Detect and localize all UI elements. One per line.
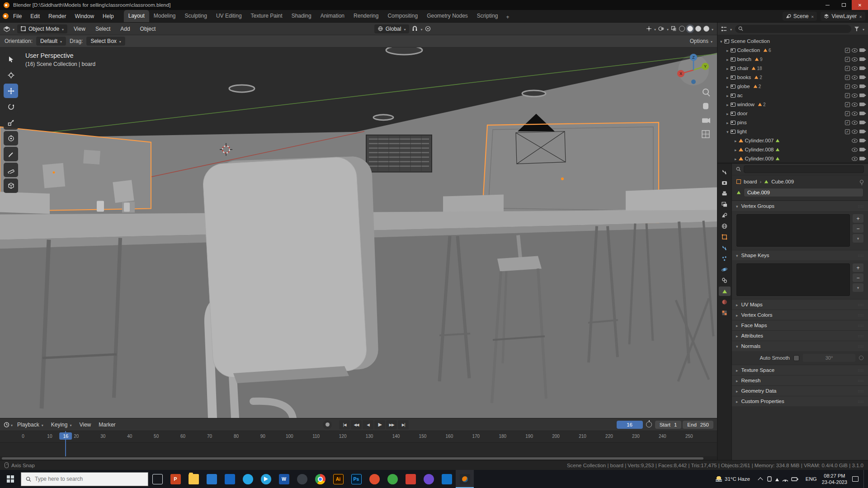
app-icon-red[interactable] xyxy=(401,470,420,488)
tab-object-data[interactable] xyxy=(719,286,731,296)
play-button[interactable]: ▶ xyxy=(374,420,385,429)
outliner-row-globe[interactable]: globe 2 xyxy=(717,82,868,91)
tab-geometry-nodes[interactable]: Geometry Nodes xyxy=(422,10,472,22)
panel-uv-maps[interactable]: UV Maps xyxy=(732,299,868,310)
disable-render-icon[interactable] xyxy=(859,57,864,61)
maximize-button[interactable] xyxy=(835,0,852,10)
illustrator-icon[interactable]: Ai xyxy=(329,470,347,488)
filter-icon[interactable] xyxy=(854,27,859,31)
photoshop-icon[interactable]: Ps xyxy=(347,470,365,488)
panel-shape-keys[interactable]: Shape Keys xyxy=(732,250,868,260)
jump-to-start-button[interactable]: |◀ xyxy=(339,420,350,429)
tab-output[interactable] xyxy=(719,189,731,198)
exclude-checkbox-icon[interactable] xyxy=(845,102,850,107)
mail-icon[interactable] xyxy=(221,470,239,488)
minimize-button[interactable] xyxy=(819,0,835,10)
timeline-scrollbar[interactable] xyxy=(2,457,703,460)
exclude-checkbox-icon[interactable] xyxy=(845,120,850,125)
app-icon-blue[interactable] xyxy=(438,470,456,488)
cursor-tool[interactable] xyxy=(4,68,18,82)
orientation-dropdown[interactable]: Default xyxy=(36,37,66,46)
tab-uv-editing[interactable]: UV Editing xyxy=(212,10,246,22)
tab-texture-paint[interactable]: Texture Paint xyxy=(246,10,287,22)
timeline-editor-icon[interactable] xyxy=(4,422,9,427)
expand-icon[interactable] xyxy=(726,129,729,134)
show-desktop-button[interactable] xyxy=(863,470,865,488)
measure-tool[interactable] xyxy=(4,163,18,177)
outliner-options-caret-icon[interactable] xyxy=(863,26,864,32)
brave-icon[interactable] xyxy=(365,470,383,488)
hide-viewport-icon[interactable] xyxy=(852,66,858,70)
remove-viewlayer-icon[interactable] xyxy=(859,13,862,19)
snap-options-caret-icon[interactable] xyxy=(420,26,422,32)
jump-to-end-button[interactable]: ▶| xyxy=(398,420,409,429)
disable-render-icon[interactable] xyxy=(859,157,864,160)
menu-render[interactable]: Render xyxy=(44,11,70,21)
disable-render-icon[interactable] xyxy=(859,48,864,52)
disable-render-icon[interactable] xyxy=(859,66,864,70)
tab-texture[interactable] xyxy=(719,308,731,318)
panel-vertex-groups[interactable]: Vertex Groups xyxy=(732,201,868,211)
hide-viewport-icon[interactable] xyxy=(852,112,858,116)
exclude-checkbox-icon[interactable] xyxy=(845,129,850,134)
action-center-icon[interactable] xyxy=(852,476,859,482)
scale-tool[interactable] xyxy=(4,115,18,130)
show-gizmo-icon[interactable] xyxy=(646,26,652,32)
outliner-row-scene-collection[interactable]: Scene Collection xyxy=(717,37,868,46)
remove-shape-key-button[interactable] xyxy=(853,273,863,282)
tray-icons[interactable] xyxy=(767,475,801,483)
taskbar-search[interactable] xyxy=(21,472,148,486)
shading-solid-icon[interactable] xyxy=(687,26,693,32)
tab-layout[interactable]: Layout xyxy=(124,10,149,22)
menu-edit[interactable]: Edit xyxy=(26,11,44,21)
taskbar-clock[interactable]: 08:27 PM 23-04-2023 xyxy=(822,473,847,486)
tab-physics[interactable] xyxy=(719,265,731,274)
menu-select[interactable]: Select xyxy=(92,24,114,33)
next-keyframe-button[interactable]: ▶▶ xyxy=(386,420,397,429)
frame-start-field[interactable]: Start1 xyxy=(655,421,682,429)
panel-geometry-data[interactable]: Geometry Data xyxy=(732,385,868,396)
photos-icon[interactable] xyxy=(203,470,221,488)
playhead-frame-chip[interactable]: 16 xyxy=(59,432,72,440)
timeline-ruler[interactable]: 0102030405060708090100110120130140150160… xyxy=(0,431,717,443)
xray-toggle-icon[interactable] xyxy=(671,26,677,32)
pin-id-icon[interactable] xyxy=(860,180,863,183)
tab-modeling[interactable]: Modeling xyxy=(149,10,180,22)
menu-add[interactable]: Add xyxy=(117,24,133,33)
shading-rendered-icon[interactable] xyxy=(703,26,709,32)
play-reverse-button[interactable]: ◀ xyxy=(363,420,373,429)
blender-taskbar-icon[interactable] xyxy=(456,470,474,488)
proportional-editing-icon[interactable] xyxy=(425,26,431,32)
vertex-group-specials-button[interactable] xyxy=(853,234,863,243)
language-indicator[interactable]: ENG xyxy=(806,476,817,482)
breadcrumb-object[interactable]: board xyxy=(744,179,757,184)
mode-dropdown[interactable]: Object Mode xyxy=(17,24,67,33)
outliner-row-ac[interactable]: ac xyxy=(717,91,868,100)
weather-widget[interactable]: 31°C Haze xyxy=(712,470,754,488)
menu-view[interactable]: View xyxy=(70,24,89,33)
tab-render[interactable] xyxy=(719,178,731,188)
viewlayer-selector[interactable]: ViewLayer xyxy=(821,12,865,21)
app-icon-purple[interactable] xyxy=(420,470,438,488)
hide-viewport-icon[interactable] xyxy=(852,75,858,80)
disable-render-icon[interactable] xyxy=(859,112,864,115)
add-cube-tool[interactable] xyxy=(4,178,18,193)
exclude-checkbox-icon[interactable] xyxy=(845,75,850,80)
hide-viewport-icon[interactable] xyxy=(852,103,858,107)
exclude-checkbox-icon[interactable] xyxy=(845,84,850,89)
close-button[interactable] xyxy=(852,0,868,10)
outliner-row-bench[interactable]: bench 9 xyxy=(717,55,868,64)
hide-viewport-icon[interactable] xyxy=(852,148,858,152)
file-explorer-icon[interactable] xyxy=(184,470,203,488)
hide-viewport-icon[interactable] xyxy=(852,84,858,89)
outliner-row-pins[interactable]: pins xyxy=(717,118,868,127)
outliner-row-cylinder-008[interactable]: Cylinder.008 xyxy=(717,145,868,154)
tray-expand-icon[interactable] xyxy=(758,477,763,482)
outliner-row-cylinder-007[interactable]: Cylinder.007 xyxy=(717,136,868,145)
telegram-icon[interactable] xyxy=(257,470,275,488)
outliner-row-cylinder-009[interactable]: Cylinder.009 xyxy=(717,154,868,163)
drag-dropdown[interactable]: Select Box xyxy=(86,37,125,46)
3d-viewport[interactable]: X Y Z User Perspective (16) Scene Collec… xyxy=(0,47,717,418)
exclude-checkbox-icon[interactable] xyxy=(845,48,850,53)
disable-render-icon[interactable] xyxy=(859,130,864,133)
